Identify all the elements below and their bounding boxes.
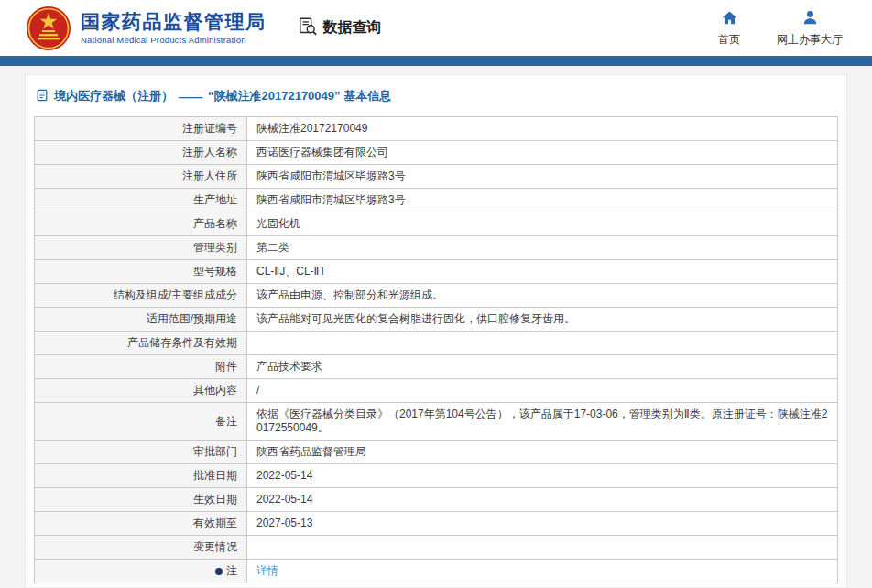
- brand[interactable]: 国家药品监督管理局 National Medical Products Admi…: [26, 5, 267, 51]
- breadcrumb-separator: ——: [179, 90, 202, 103]
- table-row: 生产地址陕西省咸阳市渭城区毕塬路3号: [35, 189, 838, 212]
- row-label-text: 结构及组成/主要组成成分: [114, 289, 237, 301]
- row-label-text: 产品名称: [193, 217, 237, 230]
- row-value: [247, 332, 838, 355]
- row-label: 结构及组成/主要组成成分: [35, 284, 247, 308]
- row-label: 注册人住所: [35, 165, 247, 189]
- row-label: 有效期至: [35, 512, 247, 536]
- row-label-text: 产品储存条件及有效期: [127, 336, 237, 349]
- row-value: 陕西省咸阳市渭城区毕塬路3号: [247, 165, 838, 189]
- row-value: /: [247, 379, 838, 403]
- table-row: 产品名称光固化机: [35, 212, 838, 236]
- row-value: 第二类: [247, 236, 838, 260]
- row-label-text: 其他内容: [193, 384, 237, 397]
- row-label-text: 生产地址: [193, 193, 237, 206]
- table-row: 管理类别第二类: [35, 236, 838, 260]
- table-row: 变更情况: [35, 536, 838, 560]
- document-icon: [36, 89, 49, 104]
- row-label-text: 有效期至: [193, 517, 237, 529]
- breadcrumb-page-title: “陕械注准20172170049” 基本信息: [208, 88, 391, 104]
- row-value: [247, 536, 838, 560]
- row-label: 批准日期: [35, 464, 247, 488]
- row-value: 陕械注准20172170049: [247, 117, 838, 141]
- registration-info-table: 注册证编号陕械注准20172170049注册人名称西诺医疗器械集团有限公司注册人…: [34, 116, 838, 583]
- national-emblem-logo: [26, 5, 71, 51]
- row-value: 该产品能对可见光固化的复合树脂进行固化，供口腔修复牙齿用。: [247, 308, 838, 332]
- header: 国家药品监督管理局 National Medical Products Admi…: [0, 0, 872, 56]
- row-label: 备注: [35, 403, 247, 441]
- nav-home-label: 首页: [718, 32, 740, 48]
- row-label: 变更情况: [35, 536, 247, 560]
- table-row: 产品储存条件及有效期: [35, 332, 838, 355]
- row-label: 适用范围/预期用途: [35, 308, 247, 332]
- header-divider-bar: [0, 56, 872, 66]
- table-row: 注详情: [35, 560, 838, 583]
- row-value: 光固化机: [247, 212, 838, 236]
- note-bullet-icon: [215, 568, 223, 575]
- breadcrumb-section-link[interactable]: 境内医疗器械（注册）: [54, 88, 173, 104]
- row-value: 陕西省咸阳市渭城区毕塬路3号: [247, 189, 838, 212]
- org-name-en: National Medical Products Administration: [81, 35, 267, 45]
- table-row: 备注依据《医疗器械分类目录》（2017年第104号公告），该产品属于17-03-…: [35, 403, 838, 441]
- table-row: 型号规格CL-ⅡJ、CL-ⅡT: [35, 260, 838, 284]
- row-value: 详情: [247, 560, 838, 583]
- row-label: 管理类别: [35, 236, 247, 260]
- table-row: 批准日期2022-05-14: [35, 464, 838, 488]
- row-label-text: 注册人名称: [182, 146, 237, 158]
- content-panel: 境内医疗器械（注册） —— “陕械注准20172170049” 基本信息 注册证…: [25, 74, 847, 588]
- row-label: 注: [35, 560, 247, 583]
- row-value: CL-ⅡJ、CL-ⅡT: [247, 260, 838, 284]
- row-label: 生效日期: [35, 488, 247, 512]
- table-row: 有效期至2027-05-13: [35, 512, 838, 536]
- row-label-text: 生效日期: [193, 493, 237, 506]
- row-label: 产品名称: [35, 212, 247, 236]
- home-icon: [721, 9, 738, 29]
- data-query-icon: [298, 16, 318, 40]
- row-label: 型号规格: [35, 260, 247, 284]
- row-label-text: 适用范围/预期用途: [147, 312, 237, 325]
- row-label-text: 注: [226, 564, 237, 577]
- row-label: 注册人名称: [35, 141, 247, 165]
- table-row: 审批部门陕西省药品监督管理局: [35, 441, 838, 464]
- nav-data-query[interactable]: 数据查询: [298, 16, 382, 40]
- nav-home[interactable]: 首页: [709, 9, 749, 48]
- row-value: 陕西省药品监督管理局: [247, 441, 838, 464]
- table-row: 生效日期2022-05-14: [35, 488, 838, 512]
- row-label-text: 批准日期: [193, 469, 237, 482]
- table-row: 结构及组成/主要组成成分该产品由电源、控制部分和光源组成。: [35, 284, 838, 308]
- detail-link[interactable]: 详情: [256, 564, 278, 577]
- brand-text: 国家药品监督管理局 National Medical Products Admi…: [81, 11, 267, 45]
- row-label-text: 变更情况: [193, 540, 237, 553]
- row-label: 附件: [35, 355, 247, 379]
- info-table-body: 注册证编号陕械注准20172170049注册人名称西诺医疗器械集团有限公司注册人…: [35, 117, 838, 583]
- row-label-text: 备注: [215, 415, 237, 428]
- row-value: 西诺医疗器械集团有限公司: [247, 141, 838, 165]
- row-value: 该产品由电源、控制部分和光源组成。: [247, 284, 838, 308]
- row-label-text: 附件: [215, 360, 237, 373]
- nav-service-hall[interactable]: 网上办事大厅: [777, 9, 843, 48]
- row-label: 其他内容: [35, 379, 247, 403]
- nav-service-hall-label: 网上办事大厅: [777, 32, 843, 48]
- row-value: 2022-05-14: [247, 488, 838, 512]
- row-value: 产品技术要求: [247, 355, 838, 379]
- user-icon: [801, 9, 819, 29]
- breadcrumb: 境内医疗器械（注册） —— “陕械注准20172170049” 基本信息: [34, 82, 838, 116]
- row-value: 2022-05-14: [247, 464, 838, 488]
- row-value: 2027-05-13: [247, 512, 838, 536]
- row-label: 生产地址: [35, 189, 247, 212]
- table-row: 附件产品技术要求: [35, 355, 838, 379]
- data-query-label: 数据查询: [323, 18, 382, 38]
- row-label: 注册证编号: [35, 117, 247, 141]
- row-label-text: 注册证编号: [182, 122, 237, 135]
- table-row: 注册人住所陕西省咸阳市渭城区毕塬路3号: [35, 165, 838, 189]
- table-row: 其他内容/: [35, 379, 838, 403]
- org-name-cn: 国家药品监督管理局: [81, 11, 267, 33]
- row-label: 审批部门: [35, 441, 247, 464]
- top-nav: 首页 网上办事大厅: [709, 9, 843, 48]
- row-label-text: 注册人住所: [182, 169, 237, 182]
- table-row: 适用范围/预期用途该产品能对可见光固化的复合树脂进行固化，供口腔修复牙齿用。: [35, 308, 838, 332]
- table-row: 注册证编号陕械注准20172170049: [35, 117, 838, 141]
- row-label-text: 审批部门: [193, 445, 237, 458]
- row-value: 依据《医疗器械分类目录》（2017年第104号公告），该产品属于17-03-06…: [247, 403, 838, 441]
- main-content: 境内医疗器械（注册） —— “陕械注准20172170049” 基本信息 注册证…: [0, 66, 872, 588]
